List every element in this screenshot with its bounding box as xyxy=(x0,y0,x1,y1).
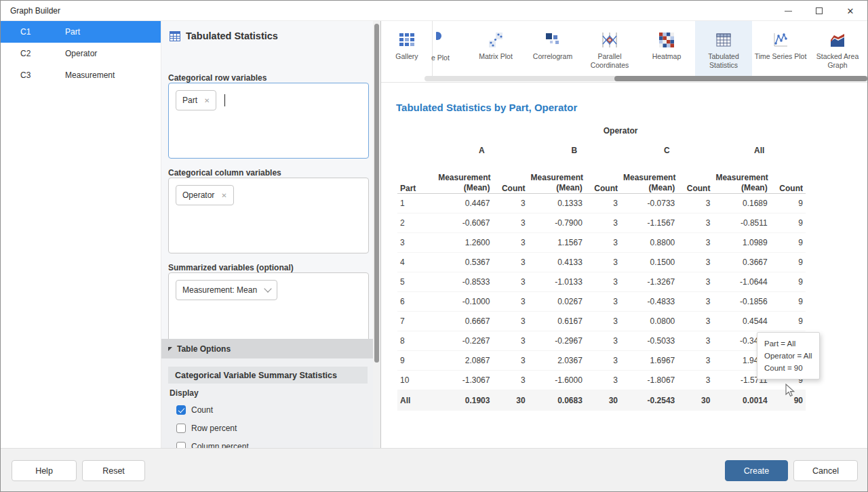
variable-chip-operator[interactable]: Operator ✕ xyxy=(176,185,234,205)
matrix-plot-icon xyxy=(487,31,505,49)
output-heading: Tabulated Statistics by Part, Operator xyxy=(396,102,577,113)
table-options-section: Categorical Variable Summary Statistics … xyxy=(161,358,374,448)
gallery-scrollbar-thumb[interactable] xyxy=(614,76,867,81)
tooltip-line: Operator = All xyxy=(764,350,812,362)
gallery-item-label: Stacked Area Graph xyxy=(809,52,866,70)
table-row: 10.446730.13333-0.073330.16899 xyxy=(397,194,806,213)
sidebar-item-operator[interactable]: C2Operator xyxy=(1,43,161,64)
gallery-item-label: Tabulated Statistics xyxy=(695,52,752,70)
builder-scrollbar-thumb[interactable] xyxy=(374,24,379,363)
gallery-item-gallery[interactable]: Gallery xyxy=(385,21,429,81)
gallery-item-stacked-area-graph[interactable]: Stacked Area Graph xyxy=(809,21,866,81)
table-row: 92.086732.036731.696731.94009 xyxy=(397,351,806,371)
bubble-plot-icon xyxy=(436,30,445,49)
summary-statistics-subheader: Categorical Variable Summary Statistics xyxy=(168,367,368,384)
tabulated-statistics-icon xyxy=(715,31,732,49)
gallery-separator xyxy=(432,21,433,81)
tooltip-line: Count = 90 xyxy=(764,362,812,374)
gallery-item-heatmap[interactable]: Heatmap xyxy=(638,21,695,81)
column-name: Operator xyxy=(65,49,97,58)
gallery-item-label: Matrix Plot xyxy=(479,52,513,61)
gallery-item-parallel-coordinates[interactable]: Parallel Coordinates xyxy=(581,21,638,81)
footer-bar: Help Reset Create Cancel xyxy=(1,448,867,492)
column-id: C2 xyxy=(1,49,65,58)
text-caret xyxy=(224,94,225,106)
checkbox-label: Count xyxy=(191,405,213,415)
gallery-item-clipped-label[interactable]: e Plot xyxy=(431,54,450,62)
checkbox-count[interactable]: Count xyxy=(176,401,249,419)
mean-column-header: Measurement(Mean) xyxy=(620,161,677,194)
table-row: 2-0.60673-0.79003-1.15673-0.85119 xyxy=(397,213,806,233)
table-row: 8-0.22673-0.29673-0.50333-0.34229 xyxy=(397,331,806,351)
create-button[interactable]: Create xyxy=(725,460,788,481)
checked-checkbox-icon[interactable] xyxy=(176,405,186,415)
gallery-item-label: Heatmap xyxy=(652,52,682,61)
gallery-toolbar: GalleryMatrix PlotCorrelogramParallel Co… xyxy=(381,21,868,82)
mean-column-header: Measurement(Mean) xyxy=(713,161,770,194)
heatmap-icon xyxy=(658,31,675,49)
group-header-b: B xyxy=(528,140,620,161)
gallery-item-tabulated-statistics[interactable]: Tabulated Statistics xyxy=(695,21,752,81)
gallery-item-correlogram[interactable]: Correlogram xyxy=(524,21,581,81)
title-bar: Graph Builder ✕ xyxy=(1,1,867,21)
collapse-triangle-icon xyxy=(168,347,172,351)
column-name: Measurement xyxy=(65,70,115,80)
table-row: 10-1.30673-1.60003-1.80673-1.57119 xyxy=(397,371,806,390)
gallery-item-time-series-plot[interactable]: Time Series Plot xyxy=(752,21,809,81)
checkbox-label: Row percent xyxy=(191,424,237,433)
gallery-item-label: Parallel Coordinates xyxy=(581,52,638,70)
cell-tooltip: Part = All Operator = All Count = 90 xyxy=(757,332,820,380)
remove-chip-icon[interactable]: ✕ xyxy=(204,97,210,104)
summarized-variables-box[interactable]: Measurement: Mean xyxy=(168,272,369,346)
builder-scrollbar-track[interactable] xyxy=(373,21,380,448)
column-id: C1 xyxy=(1,27,65,37)
stacked-area-graph-icon xyxy=(829,31,846,49)
column-variables-box[interactable]: Operator ✕ xyxy=(168,178,369,253)
display-label: Display xyxy=(170,388,199,398)
sidebar-item-part[interactable]: C1Part xyxy=(1,21,161,43)
count-column-header: Count xyxy=(770,161,806,194)
variable-chip-part[interactable]: Part ✕ xyxy=(176,90,216,110)
table-row: 5-0.85333-1.01333-1.32673-1.06449 xyxy=(397,272,806,292)
gallery-scrollbar-track[interactable] xyxy=(425,76,868,81)
close-button[interactable]: ✕ xyxy=(835,1,866,21)
row-variables-label: Categorical row variables xyxy=(168,73,267,83)
checkbox-row-percent[interactable]: Row percent xyxy=(176,419,249,437)
mean-column-header: Measurement(Mean) xyxy=(528,161,585,194)
parallel-coordinates-icon xyxy=(601,31,618,49)
panel-title: Tabulated Statistics xyxy=(170,30,278,41)
time-series-plot-icon xyxy=(772,31,789,49)
mouse-cursor xyxy=(784,384,796,400)
group-header-c: C xyxy=(620,140,713,161)
count-column-header: Count xyxy=(677,161,713,194)
table-row: 40.536730.413330.150030.36679 xyxy=(397,253,806,272)
column-name: Part xyxy=(65,27,80,37)
window-controls: ✕ xyxy=(772,1,866,21)
cancel-button[interactable]: Cancel xyxy=(793,460,858,481)
remove-chip-icon[interactable]: ✕ xyxy=(221,192,226,199)
summarized-variable-dropdown[interactable]: Measurement: Mean xyxy=(176,280,277,300)
group-header-all: All xyxy=(713,140,806,161)
table-total-row: All0.1903300.068330-0.2543300.001490 xyxy=(397,390,806,411)
reset-button[interactable]: Reset xyxy=(82,460,145,481)
table-row: 6-0.100030.02673-0.48333-0.18569 xyxy=(397,292,806,312)
gallery-item-label: Gallery xyxy=(395,52,418,61)
row-variables-box[interactable]: Part ✕ xyxy=(168,83,369,159)
count-column-header: Count xyxy=(585,161,620,194)
table-options-header[interactable]: Table Options xyxy=(161,339,374,358)
table-row: 70.666730.616730.080030.45449 xyxy=(397,312,806,331)
window-title: Graph Builder xyxy=(1,6,60,16)
column-variables-label: Categorical column variables xyxy=(168,168,281,178)
unchecked-checkbox-icon[interactable] xyxy=(176,424,186,433)
maximize-button[interactable] xyxy=(804,1,835,21)
gallery-item-matrix-plot[interactable]: Matrix Plot xyxy=(467,21,524,81)
help-button[interactable]: Help xyxy=(12,460,77,481)
worksheet-columns-sidebar: C1PartC2OperatorC3Measurement xyxy=(1,21,161,448)
operator-header: Operator xyxy=(435,122,806,140)
minimize-button[interactable] xyxy=(772,1,804,21)
part-column-header: Part xyxy=(397,161,435,194)
gallery-item-label: Time Series Plot xyxy=(755,52,807,61)
sidebar-item-measurement[interactable]: C3Measurement xyxy=(1,64,161,86)
count-column-header: Count xyxy=(492,161,528,194)
graph-builder-dialog: Graph Builder ✕ C1PartC2OperatorC3Measur… xyxy=(0,0,868,492)
